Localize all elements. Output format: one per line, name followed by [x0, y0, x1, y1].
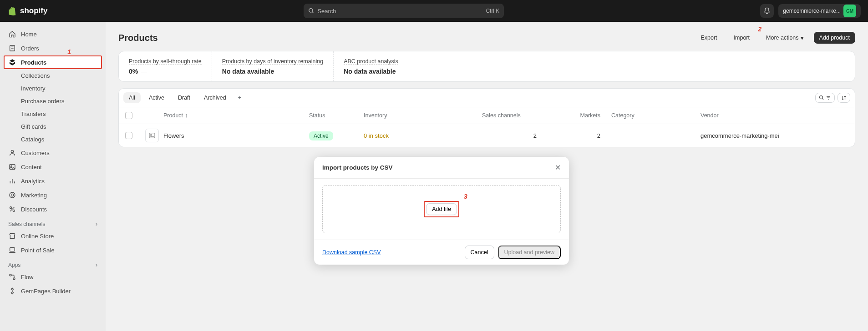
- sidebar: Home Orders 1 Products Collections Inven…: [0, 22, 106, 331]
- row-checkbox[interactable]: [125, 132, 132, 139]
- stat-sell-through[interactable]: Products by sell-through rate 0%—: [119, 51, 212, 81]
- stat-abc[interactable]: ABC product analysis No data available: [334, 51, 408, 81]
- search-filter-button[interactable]: [815, 93, 835, 103]
- avatar: GM: [843, 5, 856, 17]
- sidebar-item-analytics[interactable]: Analytics: [4, 174, 102, 188]
- cell-product: Flowers: [163, 132, 309, 139]
- store-switcher[interactable]: gemcommerce-marke... GM: [778, 4, 861, 18]
- annotation-1: 1: [67, 48, 71, 55]
- svg-line-13: [10, 207, 14, 211]
- col-status[interactable]: Status: [309, 112, 364, 119]
- modal-header: Import products by CSV ✕: [314, 157, 569, 179]
- search-icon: [819, 95, 824, 100]
- tab-add[interactable]: +: [234, 93, 245, 103]
- svg-point-11: [10, 192, 15, 198]
- page-actions: Export 2 Import More actions ▾ Add produ…: [695, 31, 855, 45]
- annotation-3: 3: [464, 193, 467, 200]
- discounts-icon: [8, 205, 16, 213]
- modal-title: Import products by CSV: [322, 164, 393, 171]
- sidebar-item-transfers[interactable]: Transfers: [4, 108, 102, 120]
- col-category[interactable]: Category: [600, 112, 664, 119]
- chevron-right-icon[interactable]: ›: [96, 221, 97, 227]
- sidebar-item-pos[interactable]: Point of Sale: [4, 243, 102, 257]
- tab-all[interactable]: All: [123, 92, 141, 103]
- sidebar-item-online-store[interactable]: Online Store: [4, 229, 102, 243]
- stat-inventory-days[interactable]: Products by days of inventory remaining …: [212, 51, 334, 81]
- sort-icon: [841, 95, 847, 100]
- table-row[interactable]: Flowers Active 0 in stock 2 2 gemcommerc…: [119, 124, 855, 147]
- svg-point-15: [13, 210, 15, 211]
- search-placeholder: Search: [317, 8, 486, 15]
- add-product-button[interactable]: Add product: [814, 32, 855, 44]
- sidebar-item-content[interactable]: Content: [4, 160, 102, 174]
- sidebar-item-gift-cards[interactable]: Gift cards: [4, 120, 102, 133]
- marketing-icon: [8, 191, 16, 199]
- product-thumbnail: [145, 129, 159, 142]
- sidebar-section-sales: Sales channels ›: [4, 216, 102, 229]
- status-badge: Active: [309, 131, 333, 140]
- tab-active[interactable]: Active: [143, 92, 170, 103]
- chevron-right-icon[interactable]: ›: [96, 262, 97, 268]
- add-file-button[interactable]: Add file: [426, 203, 457, 215]
- chevron-down-icon: ▾: [801, 35, 804, 41]
- topbar-right: gemcommerce-marke... GM: [760, 4, 861, 18]
- upload-preview-button[interactable]: Upload and preview: [498, 246, 561, 259]
- sort-asc-icon: ↑: [185, 112, 188, 119]
- sidebar-label: Orders: [21, 45, 39, 52]
- col-inventory[interactable]: Inventory: [364, 112, 482, 119]
- svg-point-5: [11, 150, 13, 153]
- sidebar-item-marketing[interactable]: Marketing: [4, 188, 102, 202]
- close-icon[interactable]: ✕: [555, 163, 561, 172]
- sidebar-item-customers[interactable]: Customers: [4, 146, 102, 160]
- tab-archived[interactable]: Archived: [198, 92, 232, 103]
- svg-line-1: [312, 12, 314, 13]
- cell-vendor: gemcommerce-marketing-mei: [664, 132, 848, 139]
- col-sales[interactable]: Sales channels: [482, 112, 564, 119]
- sidebar-label: Products: [21, 59, 46, 66]
- products-icon: [8, 58, 16, 66]
- sidebar-item-flow[interactable]: Flow: [4, 270, 102, 284]
- select-all-checkbox[interactable]: [125, 112, 132, 119]
- col-product[interactable]: Product ↑: [163, 112, 309, 119]
- table-header: Product ↑ Status Inventory Sales channel…: [119, 107, 855, 124]
- cancel-button[interactable]: Cancel: [465, 246, 494, 259]
- export-button[interactable]: Export: [695, 32, 722, 44]
- analytics-icon: [8, 177, 16, 185]
- more-actions-button[interactable]: More actions ▾: [761, 32, 809, 44]
- brand-logo[interactable]: shopify: [7, 6, 47, 16]
- shopify-icon: [7, 6, 17, 16]
- page-title: Products: [118, 33, 158, 43]
- content-icon: [8, 163, 16, 171]
- svg-rect-16: [10, 248, 15, 251]
- search-input[interactable]: Search Ctrl K: [304, 4, 504, 18]
- sidebar-section-apps: Apps ›: [4, 257, 102, 270]
- sidebar-item-collections[interactable]: Collections: [4, 70, 102, 82]
- sidebar-item-products[interactable]: Products: [4, 55, 102, 69]
- sidebar-item-inventory[interactable]: Inventory: [4, 82, 102, 95]
- file-dropzone[interactable]: 3 Add file: [322, 185, 561, 233]
- col-vendor[interactable]: Vendor: [664, 112, 848, 119]
- gempages-icon: [8, 287, 16, 295]
- sidebar-item-gempages[interactable]: GemPages Builder: [4, 284, 102, 298]
- import-button[interactable]: Import: [727, 31, 756, 45]
- notifications-button[interactable]: [760, 4, 774, 18]
- sort-button[interactable]: [838, 93, 850, 103]
- stats-card: Products by sell-through rate 0%— Produc…: [118, 51, 855, 82]
- svg-point-26: [151, 134, 152, 135]
- svg-point-20: [820, 96, 823, 99]
- search-icon: [308, 8, 315, 14]
- cell-inventory: 0 in stock: [364, 132, 482, 139]
- sidebar-item-catalogs[interactable]: Catalogs: [4, 133, 102, 145]
- sidebar-item-orders[interactable]: Orders: [4, 41, 102, 55]
- tab-draft[interactable]: Draft: [173, 92, 196, 103]
- sidebar-label: Home: [21, 31, 37, 38]
- sidebar-item-home[interactable]: Home: [4, 27, 102, 41]
- flow-icon: [8, 273, 16, 281]
- download-sample-link[interactable]: Download sample CSV: [322, 249, 381, 256]
- svg-point-19: [13, 278, 15, 280]
- store-name: gemcommerce-marke...: [783, 8, 841, 14]
- sidebar-item-purchase-orders[interactable]: Purchase orders: [4, 95, 102, 107]
- cell-sales: 2: [482, 132, 564, 139]
- sidebar-item-discounts[interactable]: Discounts: [4, 202, 102, 216]
- col-markets[interactable]: Markets: [564, 112, 600, 119]
